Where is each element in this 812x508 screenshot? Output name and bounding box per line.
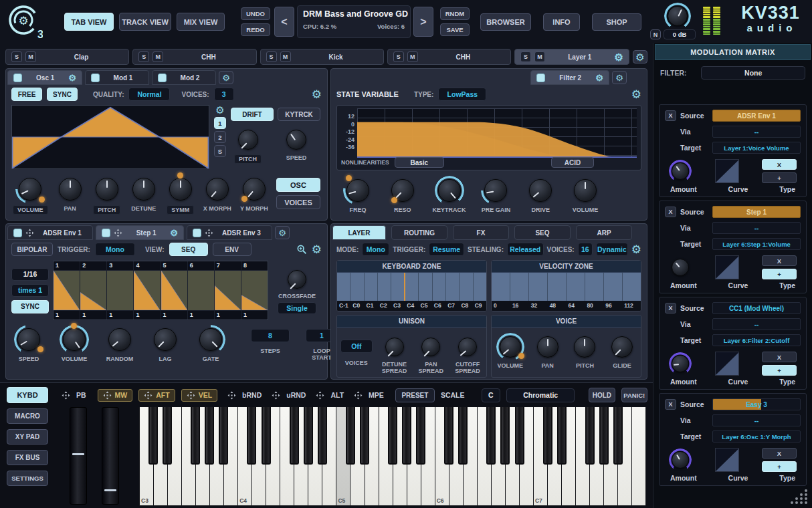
scale-type-select[interactable]: Chromatic: [506, 388, 575, 402]
mod-amount-knob[interactable]: [669, 352, 692, 375]
move-icon[interactable]: [187, 391, 195, 400]
tab-arp[interactable]: ARP: [576, 225, 632, 240]
osc-voices-view-button[interactable]: VOICES: [276, 195, 320, 209]
black-key[interactable]: [402, 407, 411, 465]
step-gate-knob[interactable]: [196, 325, 225, 354]
move-icon[interactable]: [103, 391, 112, 400]
mod-source-select[interactable]: Easy 3: [712, 398, 801, 410]
steps-count-value[interactable]: 8: [251, 329, 290, 342]
brnd-label[interactable]: bRND: [242, 391, 262, 399]
mute-button[interactable]: M: [25, 51, 36, 62]
layer-tab-chh1[interactable]: S M CHH: [132, 49, 256, 65]
move-icon[interactable]: [62, 391, 70, 400]
nonlinearities-select[interactable]: Basic: [395, 157, 444, 168]
mod-source-select[interactable]: ADSR Env 1: [712, 110, 801, 122]
undo-button[interactable]: UNDO: [241, 7, 270, 20]
layer-panel-gear-icon[interactable]: ⚙: [631, 244, 641, 255]
move-icon[interactable]: [25, 229, 34, 237]
osc-pan-knob[interactable]: [56, 174, 85, 204]
filter-curve-plot[interactable]: [357, 108, 637, 158]
mod-curve-button[interactable]: [715, 448, 739, 472]
mod-wheel[interactable]: [102, 407, 119, 505]
alt-label[interactable]: ALT: [330, 391, 344, 399]
filter2-enable-checkbox[interactable]: [536, 74, 545, 82]
tab-mod1[interactable]: Mod 1: [85, 70, 149, 85]
black-key[interactable]: [304, 407, 313, 465]
mix-view-button[interactable]: MIX VIEW: [177, 13, 225, 31]
save-button[interactable]: SAVE: [440, 23, 470, 36]
master-volume-knob[interactable]: [664, 3, 691, 29]
layer-settings-gear-icon[interactable]: ⚙: [615, 52, 623, 62]
black-key[interactable]: [585, 407, 595, 465]
black-key[interactable]: [205, 407, 214, 465]
env1-enable-checkbox[interactable]: [13, 229, 22, 237]
tab-layer[interactable]: LAYER: [332, 225, 386, 240]
filter-keytrack-knob[interactable]: [435, 176, 464, 205]
preset-name[interactable]: DRM Bass and Groove GD: [303, 9, 405, 19]
zoom-icon[interactable]: [296, 244, 307, 255]
matrix-filter-select[interactable]: None: [701, 66, 805, 80]
free-button[interactable]: FREE: [11, 88, 42, 101]
black-key[interactable]: [191, 407, 200, 465]
filter-pregain-knob[interactable]: [481, 176, 510, 205]
mod-via-select[interactable]: --: [712, 414, 801, 426]
step-column[interactable]: 81: [241, 261, 268, 320]
black-key[interactable]: [599, 407, 609, 465]
prev-preset-button[interactable]: <: [274, 7, 294, 37]
step-column[interactable]: 11: [54, 261, 80, 320]
filter-freq-knob[interactable]: [343, 176, 373, 205]
remove-slot-button[interactable]: X: [665, 110, 676, 121]
osc-voices-value[interactable]: 3: [214, 88, 234, 101]
step-rate-select[interactable]: 1/16: [11, 268, 49, 281]
step-panel-gear-icon[interactable]: ⚙: [312, 244, 322, 255]
osc1-enable-checkbox[interactable]: [13, 74, 22, 82]
filter-panel-gear-icon[interactable]: ⚙: [631, 89, 641, 100]
mod-type-plus-button[interactable]: +: [762, 461, 797, 472]
track-view-button[interactable]: TRACK VIEW: [119, 13, 171, 31]
rndm-button[interactable]: RNDM: [440, 7, 470, 20]
wave-select-1-button[interactable]: 1: [214, 117, 226, 129]
black-key[interactable]: [444, 407, 453, 465]
move-icon[interactable]: [354, 391, 363, 400]
black-key[interactable]: [148, 407, 158, 465]
osc-pitch-knob[interactable]: [92, 174, 122, 204]
step-times-select[interactable]: times 1: [11, 284, 49, 297]
mod-type-x-button[interactable]: X: [762, 159, 797, 170]
black-key[interactable]: [416, 407, 425, 465]
mod-via-select[interactable]: --: [712, 222, 801, 234]
tab-view-button[interactable]: TAB VIEW: [64, 13, 114, 31]
black-key[interactable]: [247, 407, 256, 465]
kybd-button[interactable]: KYBD: [7, 387, 48, 403]
tab-osc1[interactable]: Osc 1 ⚙: [7, 70, 82, 85]
mod-type-x-button[interactable]: X: [762, 352, 797, 362]
black-key[interactable]: [500, 407, 510, 465]
layer-gear-button[interactable]: ⚙: [633, 50, 647, 64]
mute-button[interactable]: M: [407, 51, 418, 62]
layer-trigger-select[interactable]: Resume: [429, 243, 464, 256]
black-key[interactable]: [613, 407, 623, 465]
shop-button[interactable]: SHOP: [592, 13, 641, 31]
pitch-bend-wheel[interactable]: [70, 407, 87, 505]
filter-type-select[interactable]: LowPass: [438, 88, 486, 101]
wave-select-s-button[interactable]: S: [214, 145, 226, 157]
black-key[interactable]: [360, 407, 369, 465]
filter-volume-knob[interactable]: [571, 176, 600, 205]
mod-amount-knob[interactable]: [669, 256, 692, 279]
move-icon[interactable]: [114, 229, 122, 237]
layer-tab-chh2[interactable]: S M CHH: [387, 49, 511, 65]
env3-enable-checkbox[interactable]: [193, 229, 201, 237]
hold-button[interactable]: HOLD: [589, 388, 615, 402]
mpe-label[interactable]: MPE: [369, 391, 384, 399]
kytrck-button[interactable]: KYTRCK: [278, 108, 320, 121]
mod-target-select[interactable]: Layer 1:Voice Volume: [712, 142, 801, 154]
voice-volume-knob[interactable]: [496, 333, 524, 361]
mod1-enable-checkbox[interactable]: [91, 74, 100, 82]
move-icon[interactable]: [144, 391, 153, 400]
solo-button[interactable]: S: [138, 51, 149, 62]
master-volume-value[interactable]: 0 dB: [664, 29, 696, 39]
osc1-gear-icon[interactable]: ⚙: [68, 74, 76, 82]
xy-pad-button[interactable]: XY PAD: [7, 429, 48, 444]
velocity-zone[interactable]: VELOCITY ZONE 0163248648096112: [491, 260, 641, 311]
step-column[interactable]: 21: [80, 261, 107, 320]
pan-spread-knob[interactable]: [418, 334, 443, 360]
